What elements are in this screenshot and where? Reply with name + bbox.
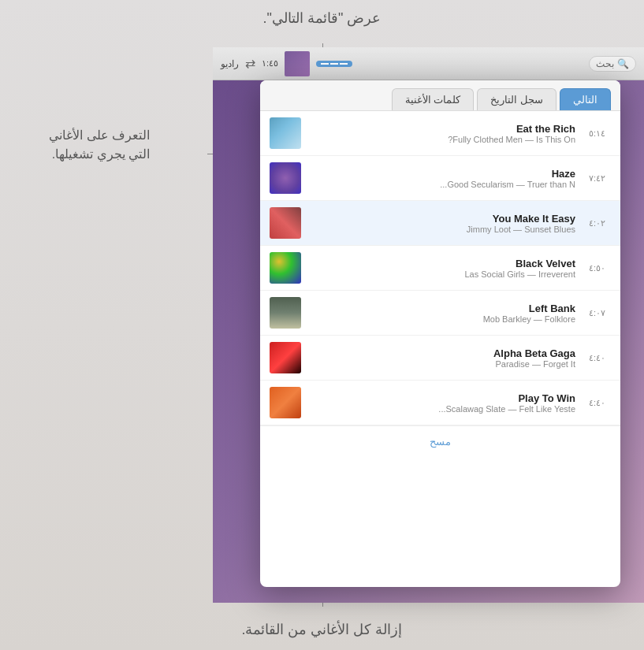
- song-subtitle: Jimmy Loot — Sunset Blues: [309, 225, 575, 234]
- song-row[interactable]: ٥:١٤ Eat the Rich Fully Clothed Men — Is…: [260, 111, 620, 156]
- song-subtitle: Fully Clothed Men — Is This On?: [309, 135, 575, 144]
- song-thumb: [270, 252, 301, 284]
- search-label: بحث: [596, 58, 614, 69]
- tab-next[interactable]: التالي: [560, 88, 611, 110]
- song-row[interactable]: ٤:٠٢ You Make It Easy Jimmy Loot — Sunse…: [260, 201, 620, 246]
- song-thumb: [270, 162, 301, 194]
- song-title: Haze: [309, 168, 575, 180]
- shuffle-icon[interactable]: ⇄: [245, 56, 255, 71]
- song-subtitle: Mob Barkley — Folklore: [309, 314, 575, 324]
- song-thumb: [270, 207, 301, 239]
- song-row[interactable]: ٤:٠٧ Left Bank Mob Barkley — Folklore: [260, 291, 620, 336]
- song-info: Black Velvet Las Social Girls — Irrevere…: [309, 258, 575, 279]
- search-icon: 🔍: [617, 58, 629, 69]
- song-title: You Make It Easy: [309, 213, 575, 225]
- song-info: Alpha Beta Gaga Paradise — Forget It: [309, 347, 575, 369]
- song-duration: ٤:٥٠: [583, 263, 611, 273]
- queue-line-3: [321, 63, 329, 65]
- player-right-controls: ١:٤٥ ⇄ راديو: [221, 51, 352, 76]
- annotation-top: عرض "قائمة التالي".: [0, 9, 644, 27]
- queue-line-2: [330, 63, 338, 65]
- current-album-thumb: [285, 51, 310, 76]
- song-info: You Make It Easy Jimmy Loot — Sunset Blu…: [309, 213, 575, 234]
- song-subtitle: Scalawag Slate — Felt Like Yeste...: [309, 404, 575, 414]
- song-thumb: [270, 387, 301, 418]
- song-subtitle: Good Secularism — Truer than N...: [309, 180, 575, 189]
- song-row[interactable]: ٧:٤٢ Haze Good Secularism — Truer than N…: [260, 156, 620, 201]
- song-title: Alpha Beta Gaga: [309, 347, 575, 359]
- song-duration: ٤:٤٠: [583, 353, 611, 363]
- search-box[interactable]: 🔍 بحث: [589, 56, 636, 72]
- song-thumb: [270, 342, 301, 373]
- song-row[interactable]: ٤:٤٠ Alpha Beta Gaga Paradise — Forget I…: [260, 336, 620, 381]
- time-display: ١:٤٥: [262, 58, 278, 69]
- song-duration: ٧:٤٢: [583, 173, 611, 184]
- tab-bar: التالي سجل التاريخ كلمات الأغنية: [260, 80, 620, 111]
- annotation-bottom: إزالة كل الأغاني من القائمة.: [0, 621, 644, 638]
- annotation-left-line1: التعرف على الأغاني: [49, 128, 150, 142]
- song-title: Black Velvet: [309, 258, 575, 269]
- clear-button[interactable]: مسح: [260, 425, 620, 457]
- popup-panel: التالي سجل التاريخ كلمات الأغنية ٥:١٤ Ea…: [260, 80, 620, 587]
- song-info: Haze Good Secularism — Truer than N...: [309, 168, 575, 189]
- song-row[interactable]: ٤:٤٠ Play To Win Scalawag Slate — Felt L…: [260, 381, 620, 425]
- song-info: Play To Win Scalawag Slate — Felt Like Y…: [309, 392, 575, 414]
- tab-history[interactable]: سجل التاريخ: [477, 88, 557, 110]
- queue-button[interactable]: [316, 61, 352, 67]
- tab-lyrics[interactable]: كلمات الأغنية: [392, 88, 475, 110]
- song-duration: ٤:٠٢: [583, 218, 611, 228]
- player-topbar: 🔍 بحث ١:٤٥ ⇄ راديو: [213, 47, 644, 80]
- song-thumb: [270, 297, 301, 329]
- radio-label: راديو: [221, 58, 239, 69]
- song-title: Eat the Rich: [309, 123, 575, 135]
- song-list: ٥:١٤ Eat the Rich Fully Clothed Men — Is…: [260, 111, 620, 425]
- queue-line-1: [340, 63, 348, 65]
- song-info: Left Bank Mob Barkley — Folklore: [309, 303, 575, 324]
- song-info: Eat the Rich Fully Clothed Men — Is This…: [309, 123, 575, 144]
- song-duration: ٤:٠٧: [583, 308, 611, 318]
- song-subtitle: Paradise — Forget It: [309, 359, 575, 369]
- song-subtitle: Las Social Girls — Irreverent: [309, 269, 575, 279]
- song-title: Left Bank: [309, 303, 575, 314]
- song-row[interactable]: ٤:٥٠ Black Velvet Las Social Girls — Irr…: [260, 246, 620, 291]
- song-thumb: [270, 117, 301, 149]
- annotation-left-line2: التي يجري تشغيلها.: [52, 147, 150, 161]
- annotation-left: التعرف على الأغاني التي يجري تشغيلها.: [8, 126, 150, 164]
- song-title: Play To Win: [309, 392, 575, 404]
- song-duration: ٤:٤٠: [583, 398, 611, 408]
- song-duration: ٥:١٤: [583, 128, 611, 139]
